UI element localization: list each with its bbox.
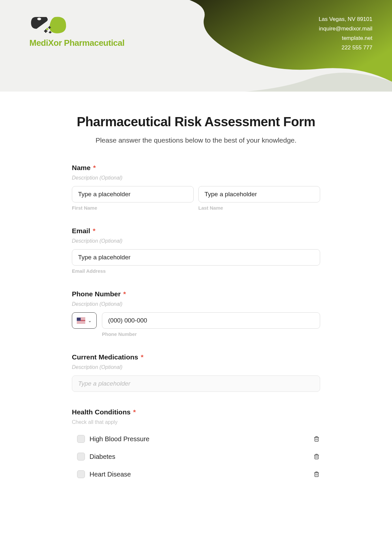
email-label: Email * [72, 227, 320, 235]
page-header: MediXor Pharmaceutical Las Vegas, NV 891… [0, 0, 392, 92]
field-conditions: Health Conditions * Check all that apply… [72, 408, 320, 481]
form-content: Pharmaceutical Risk Assessment Form Plea… [52, 92, 340, 498]
field-phone: Phone Number * Description (Optional) ⌄ … [72, 290, 320, 337]
required-mark: * [123, 290, 126, 298]
first-name-input[interactable] [72, 186, 194, 202]
contact-website: template.net [319, 34, 372, 43]
required-mark: * [93, 164, 96, 171]
phone-label: Phone Number * [72, 290, 320, 298]
meds-label-text: Current Medications [72, 353, 138, 361]
conditions-instruction: Check all that apply [72, 419, 320, 425]
field-medications: Current Medications * Description (Optio… [72, 353, 320, 392]
trash-icon[interactable] [313, 470, 320, 478]
contact-email: inquire@medixor.mail [319, 24, 372, 34]
form-subtitle: Please answer the questions below to the… [72, 136, 320, 144]
email-label-text: Email [72, 227, 90, 235]
field-email: Email * Description (Optional) Email Add… [72, 227, 320, 274]
phone-sublabel: Phone Number [102, 331, 320, 337]
country-code-picker[interactable]: ⌄ [72, 312, 97, 329]
checkbox-high-blood-pressure[interactable] [77, 435, 85, 443]
email-input[interactable] [72, 249, 320, 266]
chevron-down-icon: ⌄ [88, 318, 92, 323]
condition-row-0: High Blood Pressure [72, 432, 320, 446]
trash-icon[interactable] [313, 453, 320, 460]
checkbox-heart-disease[interactable] [77, 470, 85, 478]
svg-rect-6 [49, 32, 52, 33]
required-mark: * [133, 408, 136, 416]
condition-row-1: Diabetes [72, 449, 320, 464]
contact-phone: 222 555 777 [319, 43, 372, 53]
email-sublabel: Email Address [72, 268, 320, 274]
svg-rect-8 [46, 29, 49, 30]
conditions-label-text: Health Conditions [72, 408, 131, 416]
name-desc: Description (Optional) [72, 175, 320, 181]
us-flag-icon [77, 318, 85, 323]
condition-row-2: Heart Disease [72, 467, 320, 481]
phone-desc: Description (Optional) [72, 301, 320, 307]
name-label: Name * [72, 164, 320, 172]
contact-info: Las Vegas, NV 89101 inquire@medixor.mail… [319, 15, 372, 53]
logo-block: MediXor Pharmaceutical [29, 13, 124, 48]
name-label-text: Name [72, 164, 90, 171]
company-name: MediXor Pharmaceutical [29, 38, 124, 48]
condition-label-2: Heart Disease [90, 471, 308, 478]
meds-label: Current Medications * [72, 353, 320, 361]
email-desc: Description (Optional) [72, 238, 320, 244]
svg-rect-10 [315, 455, 318, 459]
svg-rect-2 [44, 30, 47, 32]
required-mark: * [93, 227, 95, 235]
contact-address: Las Vegas, NV 89101 [319, 15, 372, 24]
last-name-input[interactable] [198, 186, 320, 202]
field-name: Name * Description (Optional) First Name… [72, 164, 320, 211]
meds-desc: Description (Optional) [72, 364, 320, 370]
form-title: Pharmaceutical Risk Assessment Form [72, 114, 320, 129]
conditions-label: Health Conditions * [72, 408, 320, 416]
required-mark: * [141, 353, 143, 361]
logo-icon [29, 13, 72, 36]
checkbox-diabetes[interactable] [77, 453, 85, 460]
condition-label-0: High Blood Pressure [90, 435, 308, 443]
first-name-sublabel: First Name [72, 205, 194, 211]
phone-input[interactable] [102, 312, 320, 329]
trash-icon[interactable] [313, 435, 320, 443]
last-name-sublabel: Last Name [198, 205, 320, 211]
svg-rect-4 [48, 27, 51, 28]
svg-point-0 [37, 18, 41, 20]
svg-rect-9 [315, 437, 318, 441]
medications-input[interactable] [72, 375, 320, 392]
svg-rect-11 [315, 473, 318, 477]
phone-label-text: Phone Number [72, 290, 121, 298]
condition-label-1: Diabetes [90, 453, 308, 460]
